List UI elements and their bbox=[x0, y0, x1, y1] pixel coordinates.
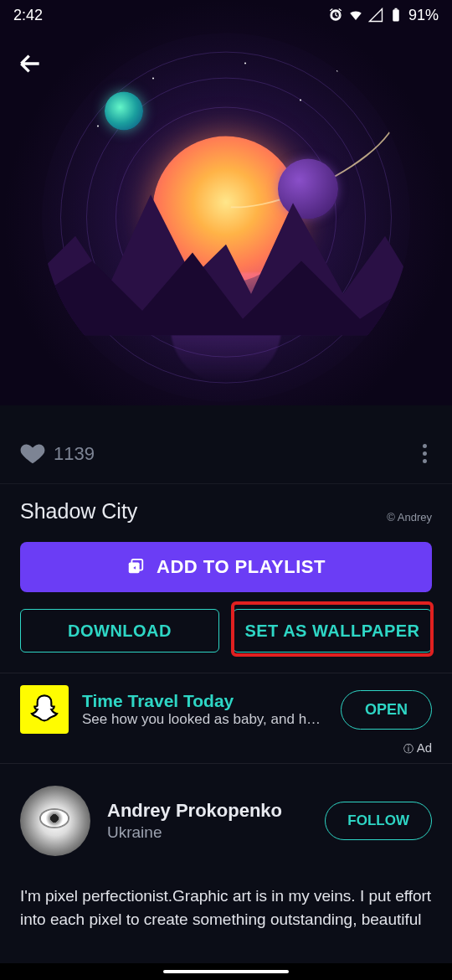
set-as-wallpaper-button[interactable]: SET AS WALLPAPER bbox=[233, 609, 432, 652]
battery-percent: 91% bbox=[408, 7, 439, 24]
like-button[interactable]: 1139 bbox=[20, 441, 95, 467]
download-button[interactable]: DOWNLOAD bbox=[20, 609, 219, 652]
author-info[interactable]: Andrey Prokopenko Ukraine bbox=[107, 800, 308, 842]
set-as-wallpaper-label: SET AS WALLPAPER bbox=[244, 622, 419, 641]
download-label: DOWNLOAD bbox=[68, 622, 172, 641]
ad-open-button[interactable]: OPEN bbox=[341, 690, 432, 730]
signal-icon bbox=[368, 8, 383, 23]
ad-banner[interactable]: Time Travel Today See how you looked as … bbox=[0, 673, 452, 739]
wifi-icon bbox=[348, 8, 363, 23]
wallpaper-preview[interactable] bbox=[0, 0, 452, 405]
ad-subtitle: See how you looked as baby, and how y… bbox=[82, 711, 327, 728]
wallpaper-credit: © Andrey bbox=[387, 511, 432, 524]
stats-row: 1139 bbox=[0, 405, 452, 484]
author-name: Andrey Prokopenko bbox=[107, 800, 308, 822]
nav-handle[interactable] bbox=[163, 970, 289, 973]
back-button[interactable] bbox=[17, 50, 44, 80]
battery-icon bbox=[388, 8, 403, 23]
alarm-icon bbox=[328, 8, 343, 23]
wallpaper-art bbox=[42, 34, 410, 402]
follow-button[interactable]: FOLLOW bbox=[325, 802, 432, 840]
ad-open-label: OPEN bbox=[365, 701, 408, 718]
author-bio: I'm pixel perfectionist.Graphic art is i… bbox=[0, 864, 452, 931]
ad-title: Time Travel Today bbox=[82, 691, 327, 711]
more-menu-button[interactable] bbox=[418, 439, 432, 468]
android-navbar[interactable] bbox=[0, 963, 452, 980]
author-avatar[interactable] bbox=[20, 786, 90, 856]
svg-rect-1 bbox=[394, 8, 397, 10]
status-bar: 2:42 91% bbox=[0, 0, 452, 30]
arrow-left-icon bbox=[17, 50, 44, 77]
ad-text: Time Travel Today See how you looked as … bbox=[82, 691, 327, 728]
like-count: 1139 bbox=[54, 443, 95, 465]
title-row: Shadow City © Andrey bbox=[0, 484, 452, 537]
add-to-playlist-button[interactable]: ADD TO PLAYLIST bbox=[20, 542, 432, 592]
status-icons: 91% bbox=[328, 7, 439, 24]
svg-rect-0 bbox=[393, 9, 399, 21]
playlist-icon bbox=[126, 558, 145, 576]
action-row: DOWNLOAD SET AS WALLPAPER bbox=[0, 592, 452, 673]
wallpaper-title: Shadow City bbox=[20, 499, 137, 524]
ad-disclosure: Ad bbox=[0, 739, 452, 763]
follow-label: FOLLOW bbox=[347, 812, 409, 828]
author-location: Ukraine bbox=[107, 823, 308, 842]
snapchat-icon bbox=[20, 685, 69, 734]
heart-icon bbox=[20, 441, 45, 467]
author-row: Andrey Prokopenko Ukraine FOLLOW bbox=[0, 763, 452, 864]
add-to-playlist-label: ADD TO PLAYLIST bbox=[157, 556, 326, 578]
status-time: 2:42 bbox=[13, 7, 43, 24]
